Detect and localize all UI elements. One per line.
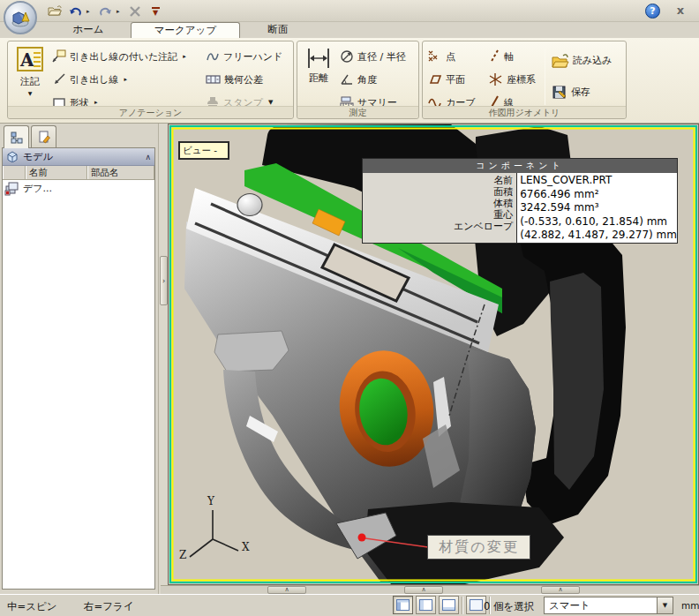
diameter-label: 直径 / 半径	[357, 50, 406, 64]
note-button[interactable]: A 注記 ▼	[11, 45, 49, 96]
panel-tabs	[4, 125, 56, 147]
diameter-icon	[340, 49, 354, 64]
model-tree-title: モデル	[23, 150, 53, 163]
plane-icon	[428, 72, 442, 86]
load-icon	[552, 53, 569, 68]
note-dropdown-icon: ▼	[28, 90, 33, 96]
customize-quick-access-icon[interactable]: ▼	[147, 4, 164, 19]
close-button[interactable]: x	[673, 4, 688, 19]
tab-home[interactable]: ホーム	[50, 22, 126, 38]
value-area: 6766.496 mm²	[520, 188, 677, 202]
hint-middle-mouse: 中=スピン	[7, 600, 56, 613]
view-name-badge[interactable]: ビュー -	[178, 141, 229, 160]
distance-button[interactable]: 距離	[299, 47, 338, 85]
csys-button[interactable]: 座標系	[488, 70, 536, 89]
model-cube-icon	[6, 151, 19, 162]
label-name: 名前	[363, 175, 513, 186]
delete-markup-icon[interactable]	[126, 4, 144, 19]
leader-note-label: 引き出し線の付いた注記	[70, 50, 177, 64]
viewport: ビュー - コンポーネント 名前 面積 体積 重心 エンベロープ LENS_CO…	[168, 124, 699, 585]
col-icon[interactable]	[3, 166, 26, 179]
model-tree-header[interactable]: モデル ∧	[3, 148, 154, 166]
plane-button[interactable]: 平面	[428, 70, 465, 89]
leader-note-button[interactable]: 引き出し線の付いた注記 ▸	[52, 47, 186, 66]
angle-button[interactable]: 角度	[340, 70, 377, 89]
tab-markup[interactable]: マークアップ	[131, 22, 240, 38]
assembly-icon	[4, 181, 19, 196]
leader-line-flyout-icon: ▸	[124, 76, 128, 83]
col-name[interactable]: 名前	[26, 166, 87, 179]
stamp-dropdown-icon: ▼	[268, 99, 273, 106]
leader-note-icon	[52, 49, 66, 64]
collapse-button-3[interactable]: ∧	[541, 586, 580, 594]
group-divider	[545, 49, 545, 105]
group-label-geometry: 作図用ジオメトリ	[423, 106, 626, 118]
panel-collapse-icon[interactable]: ∧	[145, 153, 151, 162]
splitter-collapse-handle[interactable]: ›	[160, 256, 168, 305]
axis-y-label: Y	[207, 495, 214, 507]
point-icon	[428, 49, 442, 64]
save-button[interactable]: 保存	[552, 82, 590, 101]
layout-left-panel-alt-button[interactable]	[416, 596, 436, 614]
open-file-icon[interactable]	[46, 4, 64, 19]
tree-column-headers: 名前 部品名	[3, 166, 154, 180]
tab-section[interactable]: 断面	[247, 22, 309, 38]
axis-icon	[488, 49, 500, 64]
freehand-button[interactable]: フリーハンド	[206, 47, 282, 66]
note-label: 注記	[20, 75, 40, 88]
label-area: 面積	[363, 186, 513, 198]
group-label-annotation: アノテーション	[8, 106, 293, 118]
axis-x-label: X	[242, 541, 250, 553]
panel-splitter[interactable]: ›	[158, 124, 168, 594]
save-icon	[552, 84, 567, 100]
selection-filter-combo[interactable]: スマート ▼	[544, 597, 673, 614]
layout-buttons	[393, 596, 491, 614]
value-envelope: (42.882, 41.487, 29.277) mm	[520, 229, 677, 243]
app-logo-icon	[10, 7, 31, 28]
csys-icon	[488, 72, 503, 86]
combo-dropdown-icon[interactable]: ▼	[657, 597, 673, 613]
col-part[interactable]: 部品名	[87, 166, 154, 179]
structure-tree-icon	[10, 131, 24, 145]
collapse-button-2[interactable]: ∧	[404, 586, 443, 594]
angle-label: 角度	[357, 73, 377, 86]
undo-dropdown-icon[interactable]: ▸	[86, 8, 94, 15]
markup-annotation-label[interactable]: 材質の変更	[427, 535, 530, 560]
label-cog: 重心	[363, 209, 513, 221]
layout-bottom-panel-button[interactable]	[439, 596, 459, 614]
note-icon: A	[16, 45, 44, 73]
load-label: 読み込み	[573, 54, 613, 67]
value-name: LENS_COVER.PRT	[520, 174, 677, 188]
group-geometry: 点 平面 カーブ 軸 座標系 線 読み込み 保存	[422, 41, 627, 119]
gtol-button[interactable]: 幾何公差	[206, 70, 263, 89]
layout-left-panel-button[interactable]	[393, 596, 413, 614]
angle-icon	[340, 72, 354, 86]
group-annotation: A 注記 ▼ 引き出し線の付いた注記 ▸ 引き出し線 ▸ 形状 ▸ フリーハンド	[7, 41, 294, 119]
tooltip-labels: 名前 面積 体積 重心 エンベロープ	[363, 173, 517, 243]
leader-line-label: 引き出し線	[70, 73, 119, 86]
undo-icon[interactable]	[66, 4, 84, 19]
freehand-label: フリーハンド	[223, 50, 282, 64]
redo-icon[interactable]	[96, 4, 114, 19]
ribbon: A 注記 ▼ 引き出し線の付いた注記 ▸ 引き出し線 ▸ 形状 ▸ フリーハンド	[0, 38, 699, 124]
redo-dropdown-icon[interactable]: ▸	[116, 8, 124, 15]
axis-button[interactable]: 軸	[488, 47, 514, 66]
collapse-button-1[interactable]: ∧	[267, 586, 306, 594]
shutter-button	[237, 194, 262, 216]
point-button[interactable]: 点	[428, 47, 455, 66]
main-area: モデル ∧ 名前 部品名 デフ... ›	[0, 124, 699, 594]
load-button[interactable]: 読み込み	[552, 50, 613, 70]
tree-row-default[interactable]: デフ...	[3, 180, 154, 197]
diameter-button[interactable]: 直径 / 半径	[340, 47, 406, 66]
gtol-label: 幾何公差	[224, 73, 263, 86]
model-tree-content: モデル ∧ 名前 部品名 デフ...	[2, 147, 155, 590]
selection-filter-value: スマート	[545, 597, 657, 613]
bottom-splitter-strip: ∧ ∧ ∧	[161, 585, 699, 594]
help-button[interactable]: ?	[645, 4, 660, 19]
group-label-measure: 測定	[297, 106, 418, 118]
leader-line-button[interactable]: 引き出し線 ▸	[52, 70, 127, 89]
app-menu-button[interactable]	[4, 1, 37, 34]
tab-markup-list[interactable]	[31, 125, 56, 147]
markup-pen-icon	[37, 130, 51, 144]
tab-structure[interactable]	[4, 125, 29, 148]
